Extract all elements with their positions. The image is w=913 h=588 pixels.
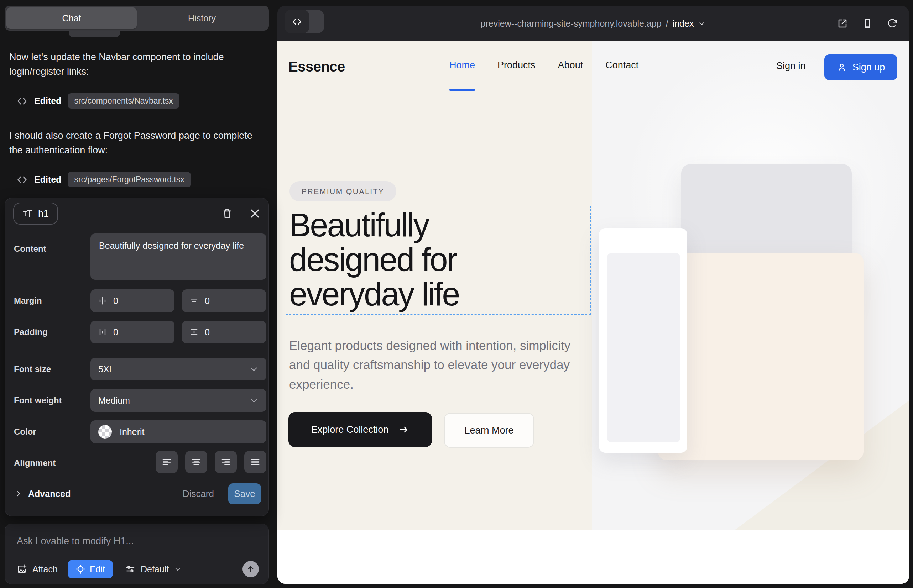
chat-composer: Ask Lovable to modify H1... Attach Edit (5, 523, 269, 584)
sidebar-tabbar: Chat History (5, 6, 269, 31)
chat-message-list: Now let's update the Navbar component to… (9, 50, 267, 207)
chat-message: I should also create a Forgot Password p… (9, 129, 267, 158)
hero-heading[interactable]: Beautifully designed for everyday life (289, 208, 588, 312)
section-below-hero (277, 530, 909, 584)
edited-label: Edited (34, 96, 61, 106)
color-select[interactable]: Inherit (91, 420, 266, 443)
refresh-icon[interactable] (887, 18, 898, 29)
sign-up-button[interactable]: Sign up (824, 55, 897, 80)
tab-chat[interactable]: Chat (6, 8, 137, 29)
color-swatch (98, 425, 112, 438)
advanced-expander[interactable]: Advanced (14, 489, 71, 499)
alignment-button-group (91, 451, 266, 473)
chevron-down-icon (174, 565, 181, 573)
preview-url-bar[interactable]: preview--charming-site-symphony.lovable.… (277, 6, 909, 41)
padding-y-value: 0 (205, 327, 210, 338)
padding-x-input[interactable]: 0 (91, 321, 175, 344)
edit-mode-button[interactable]: Edit (68, 560, 113, 578)
open-external-icon[interactable] (837, 18, 848, 29)
align-justify-button[interactable] (244, 451, 266, 473)
nav-link-contact[interactable]: Contact (605, 60, 638, 76)
chevron-down-icon (249, 365, 259, 374)
site-navbar: Essence Home Products About Contact Sign… (277, 41, 909, 95)
font-size-select[interactable]: 5XL (91, 358, 266, 381)
lovable-app: Chat History Now let's update the Navbar… (0, 0, 913, 588)
margin-vertical-icon (189, 296, 199, 306)
explore-collection-button[interactable]: Explore Collection (288, 412, 432, 447)
site-nav-links: Home Products About Contact (449, 60, 638, 76)
margin-y-input[interactable]: 0 (182, 289, 266, 312)
chevron-down-icon (698, 19, 706, 27)
close-inspector-button[interactable] (249, 207, 261, 220)
element-inspector-panel: h1 Content Beautifully designed for ever… (5, 198, 269, 516)
hero-badge: PREMIUM QUALITY (290, 181, 396, 202)
edited-file-badge[interactable]: src/components/Navbar.tsx (68, 93, 179, 108)
align-center-icon (191, 457, 202, 467)
edited-file-row[interactable]: Edited src/components/Navbar.tsx (16, 93, 267, 108)
chevron-right-icon (14, 489, 23, 498)
preview-toolbar: preview--charming-site-symphony.lovable.… (277, 6, 909, 41)
attach-button[interactable]: Attach (17, 564, 58, 575)
content-input[interactable]: Beautifully designed for everyday life (91, 234, 266, 280)
font-weight-value: Medium (98, 396, 130, 406)
edited-label: Edited (34, 174, 61, 185)
edit-label: Edit (90, 564, 105, 575)
padding-y-input[interactable]: 0 (182, 321, 266, 344)
sign-in-link[interactable]: Sign in (776, 60, 806, 71)
target-icon (76, 564, 86, 574)
arrow-right-icon (398, 424, 409, 435)
nav-link-products[interactable]: Products (497, 60, 536, 76)
inspector-footer: Advanced Discard Save (14, 481, 261, 506)
image-plus-icon (17, 564, 28, 575)
font-size-value: 5XL (98, 364, 114, 375)
hero-heading-line: Beautifully (289, 208, 588, 242)
rendered-site: Essence Home Products About Contact Sign… (277, 41, 909, 584)
discard-button[interactable]: Discard (183, 488, 214, 499)
delete-element-button[interactable] (221, 207, 233, 220)
nav-link-home[interactable]: Home (449, 60, 475, 76)
font-weight-label: Font weight (14, 396, 62, 405)
nav-link-about[interactable]: About (558, 60, 583, 76)
chat-sidebar: Chat History Now let's update the Navbar… (0, 0, 277, 588)
composer-input[interactable]: Ask Lovable to modify H1... (17, 536, 134, 547)
element-tag-name: h1 (38, 208, 49, 219)
element-tag-pill[interactable]: h1 (13, 202, 58, 225)
preview-url-separator: / (666, 18, 669, 29)
font-weight-select[interactable]: Medium (91, 389, 266, 412)
align-right-button[interactable] (215, 451, 237, 473)
chat-message: Now let's update the Navbar component to… (9, 50, 267, 79)
save-button[interactable]: Save (228, 483, 261, 504)
margin-x-input[interactable]: 0 (91, 289, 175, 312)
site-logo[interactable]: Essence (288, 59, 345, 75)
padding-vertical-icon (189, 327, 199, 337)
hero-card-white (599, 228, 687, 453)
model-selector[interactable]: Default (125, 564, 181, 575)
alignment-label: Alignment (14, 458, 55, 468)
align-justify-icon (250, 457, 261, 467)
color-value: Inherit (120, 427, 144, 437)
learn-more-button[interactable]: Learn More (444, 413, 534, 448)
margin-horizontal-icon (97, 296, 108, 306)
attach-label: Attach (32, 564, 58, 575)
hero-heading-line: everyday life (289, 277, 588, 312)
code-icon (16, 174, 28, 186)
advanced-label: Advanced (28, 489, 71, 499)
sliders-icon (125, 564, 136, 575)
mobile-view-icon[interactable] (862, 18, 873, 29)
preview-panel: preview--charming-site-symphony.lovable.… (277, 6, 909, 584)
margin-label: Margin (14, 296, 42, 306)
sign-up-label: Sign up (853, 62, 885, 73)
align-left-button[interactable] (155, 451, 178, 473)
send-button[interactable] (243, 561, 259, 577)
align-left-icon (161, 457, 172, 467)
tab-history[interactable]: History (137, 8, 267, 29)
arrow-up-icon (246, 564, 255, 574)
align-center-button[interactable] (185, 451, 207, 473)
hero-card-white-inner (607, 253, 680, 443)
hero-heading-line: designed for (289, 242, 588, 277)
color-label: Color (14, 427, 36, 437)
explore-collection-label: Explore Collection (311, 424, 389, 435)
edited-file-badge[interactable]: src/pages/ForgotPassword.tsx (68, 172, 191, 187)
hero-description: Elegant products designed with intention… (289, 336, 578, 394)
edited-file-row[interactable]: Edited src/pages/ForgotPassword.tsx (16, 172, 267, 187)
